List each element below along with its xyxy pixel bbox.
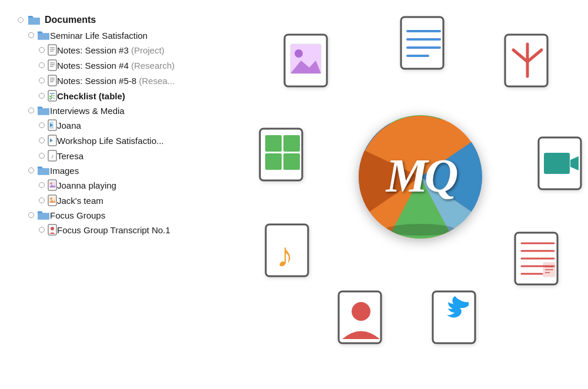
folder-interviews-icon [37,105,50,116]
item-session4[interactable]: Notes: Session #4 (Research) [39,58,270,73]
audio-icon: ♪ [48,150,57,162]
item-checklist[interactable]: Checklist (table) [39,88,270,103]
spreadsheet-doc-icon [258,126,308,185]
svg-point-38 [295,49,303,58]
item-workshop-label: Workshop Life Satisfactio... [57,136,163,146]
folder-seminar-label: Seminar Life Satisfaction [50,31,148,41]
svg-point-29 [51,198,52,200]
svg-rect-8 [48,75,56,86]
svg-rect-52 [265,153,282,170]
doc-spreadsheet [258,126,308,185]
folder-focus-label: Focus Groups [50,210,105,220]
doc-twitter [430,289,480,348]
svg-rect-4 [48,60,56,71]
pdf-doc-icon [503,32,553,91]
svg-text:♪: ♪ [276,236,293,274]
image-doc-icon [282,32,332,91]
folder-images-label: Images [50,166,79,176]
root-folder-icon [27,14,41,26]
svg-text:♪: ♪ [51,153,54,159]
root-folder[interactable]: Documents [18,12,270,28]
root-folder-label: Documents [45,15,96,25]
logo-svg: MQ [359,115,482,239]
folder-seminar-icon [37,30,50,41]
doc-text [399,15,449,73]
doc-music: ♪ [263,222,313,281]
item-focus-label: Focus Group Transcript No.1 [57,225,171,235]
video-doc-icon [536,135,586,194]
item-session3[interactable]: Notes: Session #3 (Project) [39,42,270,58]
svg-text:MQ: MQ [385,150,457,202]
video-icon [48,135,57,146]
svg-rect-40 [401,17,443,69]
svg-point-32 [51,227,54,230]
svg-point-35 [385,224,456,236]
svg-rect-0 [48,45,56,55]
checklist-icon [48,90,57,102]
folder-focus-icon [37,210,50,220]
item-teresa-label: Teresa [57,151,83,161]
svg-rect-60 [544,153,570,174]
folder-images-icon [37,165,50,176]
svg-point-25 [51,183,52,185]
presentation-doc-icon [513,230,563,289]
folder-images: Images Joanna playing [28,163,270,208]
text-doc-icon [399,15,449,73]
svg-point-57 [352,302,370,321]
file-tree: Documents Seminar Life Satisfaction [18,12,270,237]
item-session58[interactable]: Notes: Session #5-8 (Resea... [39,73,270,88]
doc-pdf [503,32,553,91]
folder-seminar: Seminar Life Satisfaction Notes: Session… [28,28,270,103]
item-joanna-label: Joanna playing [57,180,116,190]
doc-image [282,32,332,91]
item-jacks-team-label: Jack's team [57,196,103,206]
item-jacks-team[interactable]: Jack's team [39,193,270,208]
item-workshop[interactable]: Workshop Life Satisfactio... [39,133,270,148]
doc-video [536,135,586,194]
image-file-icon [48,179,57,191]
image-file-icon [48,195,57,206]
item-joana[interactable]: Joana [39,118,270,133]
svg-rect-51 [283,135,300,152]
person-doc-icon [336,289,386,348]
note-icon [48,75,57,86]
item-teresa[interactable]: ♪ Teresa [39,148,270,163]
folder-interviews: Interviews & Media Joana Works [28,103,270,163]
person-file-icon [48,224,57,236]
svg-rect-53 [283,153,300,170]
item-joana-label: Joana [57,120,81,130]
app-logo: MQ [359,115,482,239]
note-icon [48,59,57,71]
music-doc-icon: ♪ [263,222,313,281]
folder-focus-groups: Focus Groups Focus Group Transcript No.1 [28,208,270,237]
twitter-doc-icon [430,289,480,348]
folder-interviews-label: Interviews & Media [50,106,125,116]
video-icon [48,119,57,131]
doc-person [336,289,386,348]
radial-area: MQ [247,0,588,389]
note-icon [48,44,57,56]
svg-rect-50 [265,135,282,152]
item-joanna-playing[interactable]: Joanna playing [39,177,270,193]
doc-presentation [513,230,563,289]
item-focus-transcript[interactable]: Focus Group Transcript No.1 [39,222,270,237]
